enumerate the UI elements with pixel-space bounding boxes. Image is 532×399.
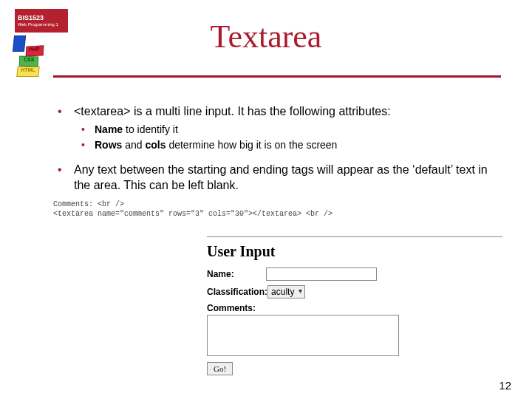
form-heading: User Input <box>207 243 502 260</box>
sub-bullet-1: Name to identify it <box>74 123 507 137</box>
code-line-2: <textarea name="comments" rows="3" cols=… <box>53 209 332 219</box>
block-yellow-label: HTML <box>21 67 35 72</box>
comments-label: Comments: <box>207 303 502 313</box>
comments-row: Comments: <box>207 303 502 356</box>
sub-2-bold2: cols <box>145 139 166 151</box>
classification-value: aculty <box>271 287 294 297</box>
block-green-label: CSS <box>24 57 35 63</box>
sub-list: Name to identify it Rows and cols determ… <box>74 123 507 153</box>
block-yellow: HTML <box>16 66 39 77</box>
slide-title: Textarea <box>0 18 532 55</box>
sub-1-bold: Name <box>95 123 123 135</box>
sub-2-rest: determine how big it is on the screen <box>166 139 338 151</box>
slide-body: <textarea> is a multi line input. It has… <box>53 103 507 202</box>
name-label: Name: <box>207 269 266 279</box>
code-line-1: Comments: <br /> <box>53 200 332 209</box>
sub-bullet-2: Rows and cols determine how big it is on… <box>74 138 507 153</box>
title-rule <box>53 75 501 78</box>
code-snippet: Comments: <br /> <textarea name="comment… <box>53 200 332 219</box>
go-button-label: Go! <box>214 364 226 373</box>
classification-label: Classification: <box>207 287 267 297</box>
classification-select[interactable]: aculty <box>267 285 305 299</box>
sub-2-bold1: Rows <box>95 139 122 151</box>
block-green: CSS <box>19 56 38 67</box>
bullet-2-text: Any text between the starting and ending… <box>74 163 488 192</box>
bullet-list: <textarea> is a multi line input. It has… <box>53 103 507 194</box>
sub-2-mid: and <box>122 139 145 151</box>
form-screenshot: User Input Name: Classification: aculty … <box>207 236 502 375</box>
name-input[interactable] <box>266 267 377 281</box>
bullet-2: Any text between the starting and ending… <box>53 162 507 194</box>
bullet-1: <textarea> is a multi line input. It has… <box>53 103 507 153</box>
slide-header: BIS1523 Web Programming 1 PHP CSS HTML T… <box>0 0 532 85</box>
classification-row: Classification: aculty <box>207 285 502 299</box>
sub-1-rest: to identify it <box>123 123 178 135</box>
name-row: Name: <box>207 267 502 281</box>
comments-textarea[interactable] <box>207 315 399 356</box>
go-button[interactable]: Go! <box>207 362 233 375</box>
bullet-1-text: <textarea> is a multi line input. It has… <box>74 105 391 117</box>
page-number: 12 <box>499 379 511 392</box>
